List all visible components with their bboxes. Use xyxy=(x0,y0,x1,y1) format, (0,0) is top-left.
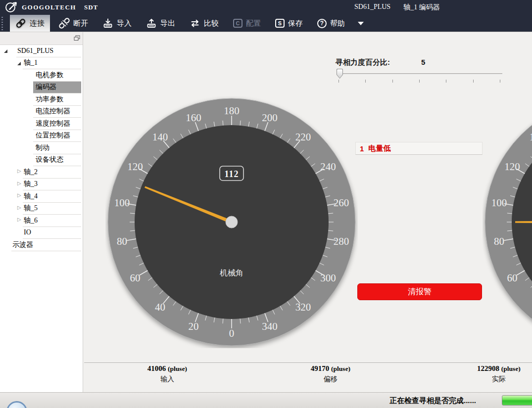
svg-text:80: 80 xyxy=(117,235,127,247)
tree-item-label: IO xyxy=(23,227,81,239)
export-tray-icon xyxy=(146,18,157,29)
svg-text:120: 120 xyxy=(127,161,143,173)
slider-tick xyxy=(473,80,474,83)
letter-s-icon: S xyxy=(275,19,285,28)
sidebar-item-制动[interactable]: 制动 xyxy=(0,142,83,154)
tree-item-label: 轴_4 xyxy=(23,190,81,203)
toolbar-grip-handle[interactable] xyxy=(1,17,3,30)
title-bar: GOOGOLTECH SDT SD61_PLUS 轴_1 编码器 xyxy=(0,0,532,15)
sidebar-item-IO[interactable]: IO xyxy=(0,227,83,239)
sidebar-item-速度控制器[interactable]: 速度控制器 xyxy=(0,118,83,130)
svg-text:340: 340 xyxy=(262,320,278,332)
toolbar-button-config: C配置 xyxy=(228,15,266,32)
toolbar-button-connect[interactable]: 连接 xyxy=(10,15,50,32)
sidebar-item-电流控制器[interactable]: 电流控制器 xyxy=(0,106,83,118)
tree-expanded-icon[interactable] xyxy=(4,49,7,53)
toolbar: 连接断开导入导出比较C配置S保存?帮助 xyxy=(0,15,532,32)
tree-item-label: 设备状态 xyxy=(33,154,81,167)
svg-text:100: 100 xyxy=(491,197,507,209)
navigation-sidebar: SD61_PLUS轴_1电机参数编码器功率参数电流控制器速度控制器位置控制器制动… xyxy=(0,32,83,392)
sidebar-item-轴_5[interactable]: ▷轴_5 xyxy=(0,203,83,215)
slider-tick-marks xyxy=(339,80,500,83)
sidebar-item-轴_1[interactable]: 轴_1 xyxy=(0,57,83,70)
toolbar-label-config: 配置 xyxy=(246,19,261,28)
chain-broken-icon xyxy=(59,18,70,29)
phase-strength-slider-track[interactable] xyxy=(337,73,502,75)
toolbar-button-compare[interactable]: 比较 xyxy=(184,15,224,32)
readout-label: 实际 xyxy=(439,375,532,384)
chain-link-icon xyxy=(15,18,26,29)
toolbar-button-import[interactable]: 导入 xyxy=(97,15,137,32)
toolbar-button-disconnect[interactable]: 断开 xyxy=(53,15,94,32)
float-panel-icon[interactable] xyxy=(74,35,80,41)
svg-text:300: 300 xyxy=(320,272,336,284)
device-tree: SD61_PLUS轴_1电机参数编码器功率参数电流控制器速度控制器位置控制器制动… xyxy=(0,45,83,251)
googoltech-logo-icon xyxy=(4,1,19,13)
context-title: SD61_PLUS 轴_1 编码器 xyxy=(354,3,440,12)
svg-text:180: 180 xyxy=(224,105,240,117)
tree-item-label: 电机参数 xyxy=(33,69,81,82)
compare-arrows-icon xyxy=(190,18,200,29)
slider-tick xyxy=(339,80,339,83)
sidebar-item-设备状态[interactable]: 设备状态 xyxy=(0,154,83,167)
context-page: 轴_1 编码器 xyxy=(403,3,440,12)
toolbar-label-help: 帮助 xyxy=(330,19,345,28)
toolbar-label-export: 导出 xyxy=(160,19,175,28)
main-content: 寻相力度百分比: 5 1电量低 020406080100120140160180… xyxy=(83,32,532,392)
tree-item-label: 轴_6 xyxy=(23,215,81,227)
gauge-value-text: 112 xyxy=(224,169,239,179)
sidebar-item-轴_6[interactable]: ▷轴_6 xyxy=(0,215,83,227)
tree-item-label: 示波器 xyxy=(11,239,81,251)
sidebar-item-编码器[interactable]: 编码器 xyxy=(0,82,83,94)
tree-collapsed-icon[interactable]: ▷ xyxy=(17,181,21,186)
letter-c-icon: C xyxy=(233,19,242,28)
sidebar-item-轴_4[interactable]: ▷轴_4 xyxy=(0,190,83,203)
sidebar-item-SD61_PLUS[interactable]: SD61_PLUS xyxy=(0,45,83,57)
tree-item-label: 轴_1 xyxy=(23,57,81,70)
sidebar-item-示波器[interactable]: 示波器 xyxy=(0,239,83,251)
sidebar-item-功率参数[interactable]: 功率参数 xyxy=(0,93,83,106)
slider-tick xyxy=(500,80,500,83)
svg-text:140: 140 xyxy=(152,131,168,143)
toolbar-button-export[interactable]: 导出 xyxy=(141,15,181,32)
alarm-entry[interactable]: 1电量低 xyxy=(355,142,483,155)
svg-text:0: 0 xyxy=(229,327,235,339)
toolbar-label-compare: 比较 xyxy=(204,19,219,28)
tree-collapsed-icon[interactable]: ▷ xyxy=(17,205,21,210)
sidebar-item-轴_2[interactable]: ▷轴_2 xyxy=(0,166,83,179)
svg-text:80: 80 xyxy=(494,235,504,247)
tree-item-label: SD61_PLUS xyxy=(16,45,81,57)
alarm-list: 1电量低 xyxy=(355,142,483,155)
tree-expanded-icon[interactable] xyxy=(17,62,21,65)
toolbar-button-help[interactable]: ?帮助 xyxy=(312,15,350,32)
tree-collapsed-icon[interactable]: ▷ xyxy=(17,168,21,174)
readout-unit: (pluse) xyxy=(331,365,350,372)
svg-text:220: 220 xyxy=(295,131,311,143)
tree-item-label: 位置控制器 xyxy=(33,130,81,142)
svg-text:60: 60 xyxy=(507,272,518,284)
toolbar-overflow-caret-icon[interactable] xyxy=(358,22,364,25)
slider-tick xyxy=(446,80,446,83)
readout-偏移: 49170 (pluse)偏移 xyxy=(271,364,390,384)
alarm-text: 电量低 xyxy=(368,144,390,153)
readout-value: 122908 xyxy=(477,364,499,372)
svg-text:260: 260 xyxy=(334,197,349,209)
svg-text:120: 120 xyxy=(504,161,520,173)
question-icon: ? xyxy=(317,19,327,28)
sidebar-item-轴_3[interactable]: ▷轴_3 xyxy=(0,179,83,191)
app-window: GOOGOLTECH SDT SD61_PLUS 轴_1 编码器 连接断开导入导… xyxy=(0,0,532,408)
readout-value: 49170 xyxy=(311,364,330,372)
readout-实际: 122908 (pluse)实际 xyxy=(439,364,532,384)
toolbar-button-save[interactable]: S保存 xyxy=(270,15,308,32)
tree-collapsed-icon[interactable]: ▷ xyxy=(17,217,21,222)
tree-item-label: 制动 xyxy=(33,142,81,154)
svg-text:280: 280 xyxy=(334,235,349,247)
gauge-hub xyxy=(226,216,238,228)
phase-strength-slider-handle[interactable] xyxy=(337,69,343,79)
sidebar-item-电机参数[interactable]: 电机参数 xyxy=(0,69,83,82)
tree-collapsed-icon[interactable]: ▷ xyxy=(17,192,21,198)
toolbar-label-disconnect: 断开 xyxy=(73,19,88,28)
clear-alarm-button[interactable]: 清报警 xyxy=(357,283,482,300)
sidebar-item-位置控制器[interactable]: 位置控制器 xyxy=(0,130,83,142)
toolbar-label-import: 导入 xyxy=(117,19,132,28)
